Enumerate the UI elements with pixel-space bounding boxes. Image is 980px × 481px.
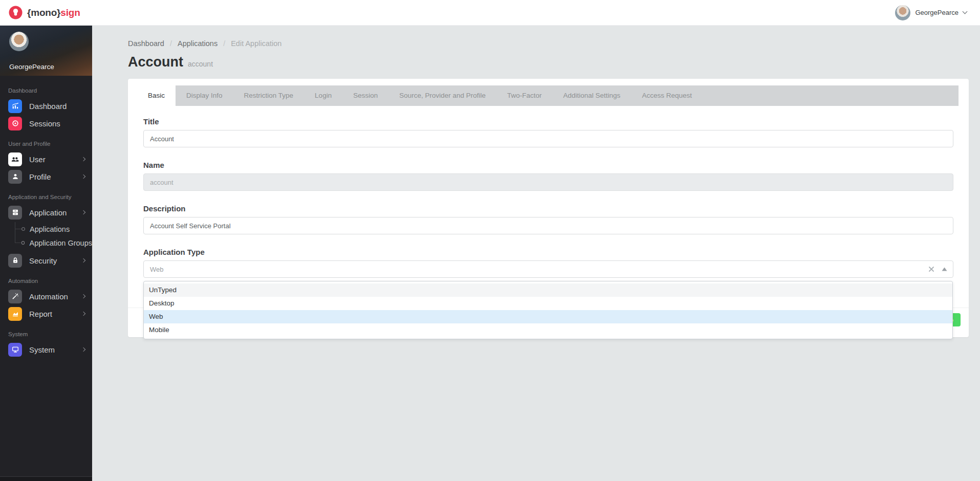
user-name: GeorgePearce: [915, 9, 959, 16]
application-type-select[interactable]: Web: [143, 260, 953, 278]
sidebar-profile-name: GeorgePearce: [9, 63, 54, 71]
chevron-right-icon: [81, 294, 85, 298]
tab-login[interactable]: Login: [304, 85, 342, 106]
sidebar-subitem-application-groups[interactable]: Application Groups: [15, 236, 92, 250]
title-label: Title: [143, 117, 953, 126]
avatar: [895, 5, 910, 20]
page-title: Account: [128, 54, 183, 70]
brand-text: {mono}sign: [27, 7, 80, 18]
sidebar-item-label: Report: [29, 310, 52, 318]
breadcrumb: Dashboard / Applications / Edit Applicat…: [128, 39, 969, 48]
breadcrumb-separator: /: [170, 39, 172, 48]
topbar: {mono}sign GeorgePearce: [0, 0, 980, 26]
page-subtitle: account: [188, 60, 213, 68]
sidebar-subitem-label: Applications: [30, 225, 70, 233]
dropdown-option-untyped[interactable]: UnTyped: [144, 283, 952, 297]
sidebar-item-security[interactable]: Security: [0, 252, 92, 269]
clear-icon[interactable]: [928, 266, 934, 272]
application-type-dropdown: UnTyped Desktop Web Mobile: [143, 281, 953, 339]
select-controls: [928, 260, 947, 278]
chevron-down-icon: [963, 9, 968, 14]
sidebar-item-report[interactable]: Report: [0, 305, 92, 322]
tabs-bar: Basic Display Info Restriction Type Logi…: [137, 85, 959, 106]
title-input[interactable]: [143, 130, 953, 147]
sidebar-subitem-applications[interactable]: Applications: [15, 222, 92, 236]
chevron-right-icon: [81, 210, 85, 214]
page-header: Account account: [128, 54, 969, 70]
user-icon: [8, 170, 22, 184]
chart-bar-icon: [8, 99, 22, 113]
nav-section-automation: Automation: [8, 278, 84, 284]
sidebar-item-label: System: [29, 345, 55, 354]
application-subtree: Applications Application Groups: [0, 222, 92, 250]
tab-display-info[interactable]: Display Info: [176, 85, 233, 106]
sidebar-item-user[interactable]: User: [0, 150, 92, 168]
application-type-label: Application Type: [143, 248, 953, 256]
sidebar-item-application[interactable]: Application: [0, 204, 92, 221]
sidebar-item-sessions[interactable]: Sessions: [0, 115, 92, 132]
sidebar-item-automation[interactable]: Automation: [0, 288, 92, 305]
area-chart-icon: [8, 307, 22, 321]
sidebar-item-label: Sessions: [29, 119, 60, 128]
record-icon: [8, 117, 22, 130]
chevron-right-icon: [81, 157, 85, 161]
tab-session[interactable]: Session: [342, 85, 388, 106]
breadcrumb-current: Edit Application: [231, 39, 281, 48]
breadcrumb-dashboard[interactable]: Dashboard: [128, 39, 164, 48]
application-type-field-group: Application Type Web UnTyped Desktop Web…: [143, 248, 953, 278]
nav-section-system: System: [8, 331, 84, 337]
tab-basic[interactable]: Basic: [137, 85, 176, 106]
edit-application-card: Basic Display Info Restriction Type Logi…: [128, 79, 969, 337]
tab-two-factor[interactable]: Two-Factor: [496, 85, 553, 106]
tree-dot-icon: [21, 227, 25, 231]
breadcrumb-separator: /: [223, 39, 225, 48]
avatar[interactable]: [9, 32, 29, 51]
sidebar-item-system[interactable]: System: [0, 341, 92, 358]
dropdown-option-desktop[interactable]: Desktop: [144, 297, 952, 310]
chevron-right-icon: [81, 312, 85, 316]
dropdown-caret-up-icon[interactable]: [942, 267, 947, 271]
sidebar-profile-banner: GeorgePearce: [0, 26, 92, 76]
nav-section-application-security: Application and Security: [8, 194, 84, 200]
sidebar-subitem-label: Application Groups: [29, 239, 92, 247]
application-type-select-wrap: Web UnTyped Desktop Web Mobile: [143, 260, 953, 278]
brand-logo[interactable]: {mono}sign: [9, 6, 80, 19]
tree-connector: [15, 222, 15, 243]
name-field-group: Name: [143, 161, 953, 191]
description-label: Description: [143, 204, 953, 213]
sidebar-item-label: Profile: [29, 172, 51, 181]
chevron-right-icon: [81, 347, 85, 352]
application-type-value: Web: [150, 266, 164, 273]
basic-tab-panel: Title Name Description Application Type …: [128, 106, 969, 278]
nav-section-dashboard: Dashboard: [8, 88, 84, 94]
tab-restriction-type[interactable]: Restriction Type: [233, 85, 304, 106]
magic-wand-icon: [8, 290, 22, 303]
app-drawer-icon: [8, 206, 22, 220]
sidebar-item-label: Automation: [29, 292, 68, 301]
tab-access-request[interactable]: Access Request: [631, 85, 703, 106]
monosign-logo-icon: [9, 6, 23, 19]
tree-dot-icon: [21, 241, 25, 245]
breadcrumb-applications[interactable]: Applications: [178, 39, 217, 48]
sidebar-item-label: User: [29, 155, 46, 164]
description-input[interactable]: [143, 217, 953, 234]
title-field-group: Title: [143, 117, 953, 147]
main-content: Dashboard / Applications / Edit Applicat…: [92, 26, 980, 481]
tab-source-provider-profile[interactable]: Source, Provider and Profile: [388, 85, 496, 106]
sidebar-footer-strip: [0, 476, 92, 481]
dropdown-option-mobile[interactable]: Mobile: [144, 323, 952, 337]
sidebar-item-label: Application: [29, 208, 67, 217]
lock-icon: [8, 254, 22, 268]
sidebar-item-label: Security: [29, 256, 57, 265]
sidebar-item-dashboard[interactable]: Dashboard: [0, 97, 92, 115]
sidebar-item-profile[interactable]: Profile: [0, 168, 92, 185]
user-menu[interactable]: GeorgePearce: [895, 5, 967, 20]
name-input: [143, 173, 953, 191]
tree-stub: [15, 229, 21, 229]
description-field-group: Description: [143, 204, 953, 234]
tab-additional-settings[interactable]: Additional Settings: [553, 85, 631, 106]
nav-section-user-profile: User and Profile: [8, 141, 84, 147]
chevron-right-icon: [81, 174, 85, 179]
sidebar-nav: Dashboard Dashboard Sessions User and Pr…: [0, 76, 92, 358]
dropdown-option-web[interactable]: Web: [144, 310, 952, 323]
